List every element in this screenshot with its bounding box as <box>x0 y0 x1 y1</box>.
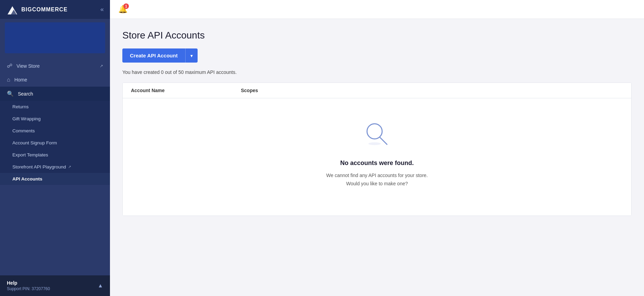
logo-icon <box>6 3 19 16</box>
create-api-account-dropdown-button[interactable]: ▾ <box>185 48 198 63</box>
sidebar-item-export-templates[interactable]: Export Templates <box>0 149 110 161</box>
sidebar-item-home[interactable]: ⌂ Home <box>0 73 110 87</box>
logo-text: BIGCOMMERCE <box>21 7 68 13</box>
create-api-account-group: Create API Account ▾ <box>122 48 198 63</box>
svg-point-2 <box>367 124 382 139</box>
help-collapse-icon[interactable]: ▲ <box>98 283 103 289</box>
col-header-account-name: Account Name <box>131 88 241 93</box>
page-title: Store API Accounts <box>122 30 632 41</box>
sidebar-item-returns[interactable]: Returns <box>0 101 110 113</box>
empty-state-description: We cannot find any API accounts for your… <box>326 172 428 188</box>
account-count-text: You have created 0 out of 50 maximum API… <box>122 69 632 75</box>
notification-button[interactable]: 🔔 1 <box>118 5 127 14</box>
sidebar-item-gift-wrapping[interactable]: Gift Wrapping <box>0 113 110 125</box>
sidebar: BIGCOMMERCE « ☍ View Store ↗ ⌂ Home 🔍 Se… <box>0 0 110 296</box>
help-info: Help Support PIN: 37207760 <box>7 280 50 291</box>
api-accounts-table: Account Name Scopes No accounts were fou… <box>122 83 632 216</box>
empty-state-title: No accounts were found. <box>340 160 414 167</box>
empty-search-icon <box>362 119 392 151</box>
sidebar-item-api-accounts[interactable]: API Accounts <box>0 173 110 185</box>
notification-badge: 1 <box>123 3 129 9</box>
sub-nav: Returns Gift Wrapping Comments Account S… <box>0 101 110 185</box>
sidebar-item-storefront-api-playground[interactable]: Storefront API Playground ↗ <box>0 161 110 173</box>
sidebar-item-account-signup-form[interactable]: Account Signup Form <box>0 137 110 149</box>
external-icon-small: ↗ <box>68 165 71 169</box>
svg-line-3 <box>380 138 387 144</box>
search-icon: 🔍 <box>7 90 14 97</box>
topbar: 🔔 1 <box>110 0 644 19</box>
table-header: Account Name Scopes <box>123 83 631 98</box>
collapse-sidebar-button[interactable]: « <box>100 6 104 13</box>
sidebar-item-view-store[interactable]: ☍ View Store ↗ <box>0 59 110 73</box>
sidebar-nav: ☍ View Store ↗ ⌂ Home 🔍 Search Returns G… <box>0 57 110 275</box>
main-content: 🔔 1 Store API Accounts Create API Accoun… <box>110 0 644 296</box>
create-api-account-button[interactable]: Create API Account <box>122 48 185 63</box>
table-empty-state: No accounts were found. We cannot find a… <box>123 98 631 216</box>
store-banner <box>5 22 105 53</box>
sidebar-item-search[interactable]: 🔍 Search <box>0 87 110 101</box>
dropdown-arrow-icon: ▾ <box>190 53 193 58</box>
support-pin: Support PIN: 37207760 <box>7 286 50 291</box>
svg-point-4 <box>368 142 381 145</box>
help-title: Help <box>7 280 50 286</box>
home-icon: ⌂ <box>7 77 10 83</box>
sidebar-header: BIGCOMMERCE « <box>0 0 110 19</box>
logo: BIGCOMMERCE <box>6 3 68 16</box>
sidebar-item-comments[interactable]: Comments <box>0 125 110 137</box>
page-area: Store API Accounts Create API Account ▾ … <box>110 19 644 296</box>
col-header-scopes: Scopes <box>241 88 623 93</box>
external-link-icon: ↗ <box>100 64 103 68</box>
sidebar-footer: Help Support PIN: 37207760 ▲ <box>0 275 110 296</box>
store-icon: ☍ <box>7 63 12 69</box>
